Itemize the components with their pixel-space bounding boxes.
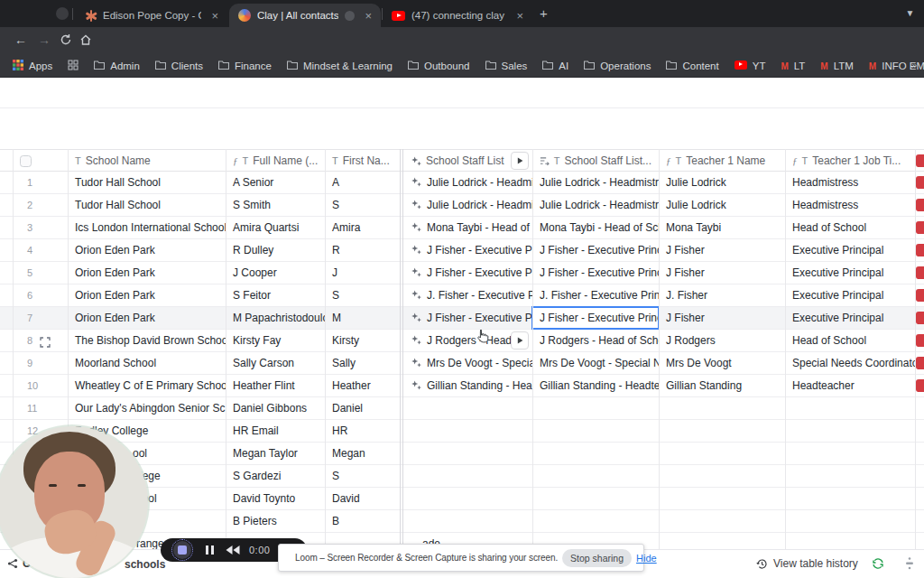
tab-close-icon[interactable]: × [365, 9, 372, 23]
table-row[interactable]: 2Tudor Hall SchoolS SmithSJulie Lodrick … [0, 194, 924, 217]
cell-full[interactable]: Kirsty Fay [226, 330, 325, 351]
cell-t1name[interactable] [659, 465, 785, 487]
cell-staff[interactable]: J Fisher - Executive Prin [404, 262, 532, 284]
sync-icon[interactable] [872, 557, 884, 573]
cell-t1name[interactable]: Mrs De Voogt [659, 352, 785, 374]
column-header-staff2[interactable]: TSchool Staff List... [532, 150, 659, 172]
cell-t1job[interactable]: Executive Principal [785, 239, 915, 261]
cell-staff2[interactable] [532, 397, 659, 419]
cell-first[interactable]: Heather [325, 375, 400, 396]
cell-staff2[interactable]: J Rodgers - Head of Scho... [532, 330, 659, 351]
cell-full[interactable]: M Papachristodoulou [226, 307, 325, 329]
pinned-tab-icon[interactable] [56, 7, 69, 20]
select-all-checkbox[interactable] [20, 155, 32, 167]
row-number[interactable]: 1 [27, 172, 47, 193]
refresh-icon[interactable] [60, 33, 72, 49]
cell-first[interactable]: B [325, 510, 400, 532]
cell-school[interactable]: Orion Eden Park [68, 284, 226, 306]
table-row[interactable]: 1Tudor Hall SchoolA SeniorAJulie Lodrick… [0, 172, 924, 194]
cell-first[interactable]: S [325, 465, 400, 487]
cell-full[interactable]: David Toynto [226, 488, 325, 509]
cell-staff2[interactable] [532, 510, 659, 532]
cell-staff[interactable]: Julie Lodrick - Headmist [404, 172, 532, 193]
bookmark-apps[interactable]: Apps [13, 60, 52, 72]
cell-school[interactable]: Wheatley C of E Primary School [68, 375, 226, 396]
cell-t1job[interactable]: Headteacher [785, 375, 915, 396]
tab-claude[interactable]: Edison Pope Copy - Claude × [76, 4, 227, 27]
cell-t1job[interactable]: Headmistress [785, 172, 915, 193]
cell-t1job[interactable]: Executive Principal [785, 307, 915, 329]
column-header-full[interactable]: ƒTFull Name (... [226, 150, 325, 172]
table-row[interactable]: 8The Bishop David Brown SchoolKirsty Fay… [0, 330, 924, 352]
row-number[interactable]: 9 [27, 352, 47, 374]
cell-t1job[interactable]: Head of School [785, 330, 915, 351]
bookmark-operations[interactable]: Operations [584, 61, 651, 71]
cell-full[interactable]: B Pieters [226, 510, 325, 532]
cell-staff2[interactable]: Mrs De Voogt - Special N... [532, 352, 659, 374]
back-icon[interactable]: ← [14, 33, 27, 47]
hide-link[interactable]: Hide [636, 553, 657, 564]
column-header-t1name[interactable]: ƒTTeacher 1 Name [659, 150, 785, 172]
cell-school[interactable]: Orion Eden Park [68, 239, 226, 261]
cell-t1job[interactable]: Executive Principal [785, 284, 915, 306]
table-row[interactable]: 13oolMegan TaylorMegan [0, 443, 924, 465]
row-height-handle-icon[interactable] [904, 556, 915, 574]
cell-t1name[interactable] [659, 420, 785, 442]
view-table-history[interactable]: View table history [756, 557, 858, 570]
expand-row-icon[interactable] [40, 335, 51, 351]
cell-full[interactable]: HR Email [226, 420, 325, 442]
cell-staff2[interactable]: J Fisher - Executive Princi... [532, 239, 659, 261]
row-number[interactable]: 11 [27, 397, 47, 419]
cell-first[interactable]: HR [325, 420, 400, 442]
table-row[interactable]: 12Radley CollegeHR EmailHR [0, 420, 924, 443]
row-number[interactable]: 10 [27, 375, 47, 396]
cell-t1name[interactable] [659, 488, 785, 509]
cell-full[interactable]: S Smith [226, 194, 325, 216]
cell-first[interactable]: J [325, 262, 400, 284]
cell-staff[interactable]: J Fisher - Executive Prin [404, 307, 532, 329]
cell-t1job[interactable]: Executive Principal [785, 262, 915, 284]
row-number[interactable]: 4 [27, 239, 47, 261]
cell-staff[interactable]: Mona Taybi - Head of Sc [404, 217, 532, 238]
cell-t1name[interactable]: Mona Taybi [659, 217, 785, 238]
cell-staff2[interactable] [532, 443, 659, 464]
tab-clay[interactable]: Clay | All contacts (34 Po × [229, 4, 381, 27]
cell-staff2[interactable] [532, 420, 659, 442]
cell-staff[interactable] [404, 397, 532, 419]
cell-first[interactable]: Amira [325, 217, 400, 238]
bookmark-lt[interactable]: MLT [781, 61, 805, 71]
forward-icon[interactable]: → [38, 33, 51, 47]
cell-school[interactable]: Ics London International School [68, 217, 226, 238]
cell-first[interactable]: David [325, 488, 400, 509]
cell-school[interactable]: The Bishop David Brown School [68, 330, 226, 351]
cell-school[interactable]: Tudor Hall School [68, 172, 226, 193]
cell-full[interactable]: A Senior [226, 172, 325, 193]
cell-staff2[interactable]: J Fisher - Executive Princi... [532, 262, 659, 284]
cell-staff2[interactable] [532, 488, 659, 509]
home-icon[interactable] [79, 33, 92, 49]
cell-first[interactable]: Daniel [325, 397, 400, 419]
cell-t1name[interactable] [659, 443, 785, 464]
run-column-play-button[interactable] [511, 152, 529, 170]
cell-t1name[interactable]: J Rodgers [659, 330, 785, 351]
table-row[interactable]: 10Wheatley C of E Primary SchoolHeather … [0, 375, 924, 397]
cell-t1name[interactable]: Julie Lodrick [659, 194, 785, 216]
table-row[interactable]: 5Orion Eden ParkJ CooperJJ Fisher - Exec… [0, 262, 924, 284]
cell-staff[interactable] [404, 443, 532, 464]
loom-rewind-icon[interactable] [226, 545, 240, 555]
cell-staff2[interactable]: Gillian Standing - Headtea... [532, 375, 659, 396]
cell-t1job[interactable] [785, 488, 915, 509]
cell-staff2[interactable]: J. Fisher - Executive Princ... [532, 284, 659, 306]
table-row[interactable]: 3Ics London International SchoolAmira Qu… [0, 217, 924, 239]
run-cell-play-button[interactable] [511, 331, 529, 350]
table-row[interactable]: 9Moorland SchoolSally CarsonSallyMrs De … [0, 352, 924, 375]
tab-close-icon[interactable]: × [211, 9, 218, 23]
cell-t1name[interactable]: J. Fisher [659, 284, 785, 306]
loom-stop-button[interactable] [173, 541, 191, 559]
cell-staff2[interactable]: Julie Lodrick - Headmistr... [532, 172, 659, 193]
cell-t1job[interactable] [785, 443, 915, 464]
bookmark-ai[interactable]: AI [542, 61, 568, 71]
cell-t1job[interactable] [785, 510, 915, 532]
cell-t1job[interactable] [785, 397, 915, 419]
cell-first[interactable]: S [325, 194, 400, 216]
